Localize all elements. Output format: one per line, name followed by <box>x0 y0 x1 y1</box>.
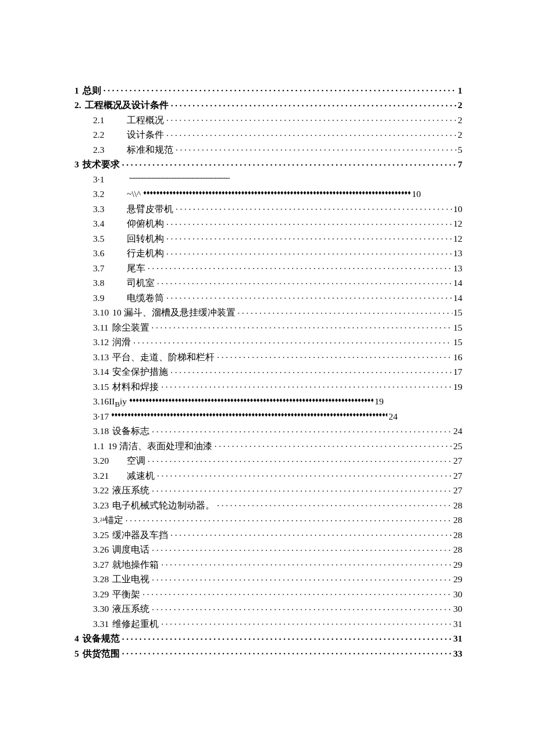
toc-number: 4 <box>74 634 79 643</box>
toc-title: 空调 <box>127 456 145 465</box>
toc-page-number: 25 <box>454 442 463 451</box>
toc-leader <box>148 262 452 271</box>
toc-page-number: 13 <box>454 249 463 258</box>
toc-number: 3.15 <box>93 382 109 392</box>
toc-leader <box>152 544 452 553</box>
toc-leader <box>166 218 452 227</box>
toc-page-number: 30 <box>454 590 463 599</box>
toc-title: 3·17 <box>93 412 109 421</box>
toc-leader <box>143 188 411 198</box>
toc-row: 3.28工业电视29 <box>74 574 462 583</box>
toc-page-number: 12 <box>454 234 463 243</box>
toc-leader <box>217 351 452 360</box>
toc-row: 3.5回转机构12 <box>74 232 462 242</box>
toc-row: 3.2~\\^10 <box>74 188 462 198</box>
toc-row: 3.23电子机械式轮边制动器。28 <box>74 499 462 508</box>
toc-row: 4设备规范31 <box>74 633 462 642</box>
toc-page-number: 15 <box>454 338 463 347</box>
toc-page-number: 10 <box>454 205 463 214</box>
toc-number: 3.20 <box>93 456 127 465</box>
toc-leader <box>122 647 452 657</box>
toc-number: 3.6 <box>93 249 127 258</box>
toc-number: 3.22 <box>93 486 109 495</box>
toc-leader <box>215 440 452 449</box>
toc-row: 3.31维修起重机31 <box>74 618 462 627</box>
toc-leader <box>142 588 452 597</box>
toc-page-number: 15 <box>454 323 463 332</box>
toc-leader <box>217 499 452 508</box>
toc-title: 司机室 <box>127 278 155 288</box>
toc-page: 1总则12.工程概况及设计条件22.1工程概况22.2设计条件22.3标准和规范… <box>0 0 535 756</box>
toc-page-number: 28 <box>454 531 463 540</box>
toc-number: 2.1 <box>93 116 127 125</box>
toc-page-number: 10 <box>412 189 421 199</box>
toc-number: 3.5 <box>93 234 127 243</box>
toc-leader <box>152 603 452 612</box>
toc-page-number: 28 <box>454 501 463 510</box>
toc-leader <box>157 470 452 479</box>
toc-leader <box>129 396 373 405</box>
toc-row: 2.工程概况及设计条件2 <box>74 99 462 109</box>
toc-row: 3.9电缆卷筒14 <box>74 292 462 301</box>
toc-page-number: 1 <box>458 86 462 95</box>
toc-number: 2. <box>74 101 81 110</box>
toc-page-number: 28 <box>454 515 463 525</box>
toc-title: 悬臂皮带机 <box>127 205 173 214</box>
toc-row: 3·1724 <box>74 410 462 420</box>
toc-page-number: 27 <box>454 456 463 465</box>
toc-number: 3. <box>93 515 100 525</box>
toc-leader <box>122 159 457 168</box>
toc-row: 3.20空调27 <box>74 455 462 464</box>
toc-title: 3.16IIBiy <box>93 397 127 409</box>
toc-page-number: 19 <box>454 382 463 392</box>
toc-leader <box>166 248 452 257</box>
toc-title: 标准和规范 <box>127 145 173 155</box>
toc-title: 工业电视 <box>112 575 149 584</box>
toc-leader <box>148 455 452 464</box>
toc-page-number: 13 <box>454 264 463 273</box>
toc-leader <box>111 410 387 420</box>
toc-row: 3.1010 漏斗、溜槽及悬挂缓冲装置15 <box>74 307 462 316</box>
toc-page-number: 2 <box>458 130 462 139</box>
toc-number: 3.7 <box>93 264 127 273</box>
toc-title: 平衡架 <box>112 590 140 599</box>
toc-number: 3·1 <box>93 175 127 184</box>
toc-number: 3.29 <box>93 590 109 599</box>
toc-title: 调度电话 <box>112 545 149 554</box>
toc-leader <box>176 144 456 153</box>
toc-row: 3.27就地操作箱29 <box>74 558 462 568</box>
toc-number: 1.1 <box>93 442 104 451</box>
toc-leader <box>170 366 452 375</box>
toc-number: 3.21 <box>93 471 127 481</box>
toc-page-number: 12 <box>454 219 463 228</box>
toc-leader <box>152 485 452 494</box>
toc-title: 电子机械式轮边制动器。 <box>112 501 215 510</box>
toc-leader <box>152 321 452 331</box>
toc-page-number: 28 <box>454 545 463 554</box>
toc-row: 2.1工程概况2 <box>74 114 462 123</box>
toc-row: 3.6行走机构13 <box>74 248 462 257</box>
toc-leader <box>176 203 452 212</box>
toc-number: 3.13 <box>93 353 109 362</box>
toc-title: 回转机构 <box>127 234 164 243</box>
toc-title: 材料和焊接 <box>112 382 159 392</box>
toc-title: 液压系统 <box>112 604 149 614</box>
toc-row: 3·1 <box>74 173 462 182</box>
toc-row: 3.12润滑15 <box>74 336 462 346</box>
toc-title: 设备规范 <box>83 634 120 643</box>
toc-page-number: 30 <box>454 604 463 614</box>
toc-title: 技术要求 <box>83 160 120 169</box>
toc-row: 3.22液压系统27 <box>74 485 462 494</box>
toc-number: 3.3 <box>93 205 127 214</box>
toc-number: 3.31 <box>93 619 109 629</box>
toc-row: 1总则1 <box>74 84 462 94</box>
toc-page-number: 17 <box>454 367 463 377</box>
toc-leader <box>166 129 456 138</box>
toc-page-number: 24 <box>388 412 398 421</box>
toc-page-number: 2 <box>458 101 462 110</box>
toc-row: 3.4仰俯机构12 <box>74 218 462 227</box>
toc-title: ~\\^ <box>127 189 141 199</box>
toc-page-number: 27 <box>454 471 463 481</box>
toc-page-number: 14 <box>454 293 463 303</box>
toc-number: 3.28 <box>93 575 109 584</box>
